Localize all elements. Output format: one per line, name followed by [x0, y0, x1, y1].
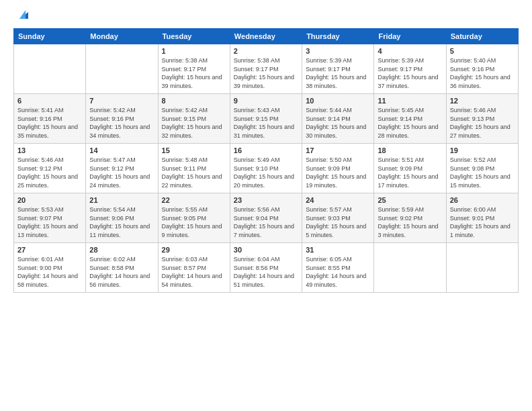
- day-info: Sunrise: 5:59 AM Sunset: 9:02 PM Dayligh…: [378, 205, 442, 239]
- calendar-cell: 16Sunrise: 5:49 AM Sunset: 9:10 PM Dayli…: [230, 144, 302, 193]
- calendar-cell: [446, 243, 518, 293]
- day-number: 6: [17, 97, 82, 105]
- calendar-cell: 7Sunrise: 5:42 AM Sunset: 9:16 PM Daylig…: [86, 94, 158, 144]
- day-info: Sunrise: 5:52 AM Sunset: 9:08 PM Dayligh…: [450, 156, 515, 189]
- calendar-cell: 21Sunrise: 5:54 AM Sunset: 9:06 PM Dayli…: [86, 193, 158, 243]
- day-number: 20: [17, 196, 82, 204]
- day-info: Sunrise: 5:55 AM Sunset: 9:05 PM Dayligh…: [162, 205, 226, 239]
- day-info: Sunrise: 5:40 AM Sunset: 9:16 PM Dayligh…: [450, 56, 515, 90]
- calendar-header-row: SundayMondayTuesdayWednesdayThursdayFrid…: [14, 29, 519, 44]
- calendar-cell: 3Sunrise: 5:39 AM Sunset: 9:17 PM Daylig…: [302, 44, 374, 94]
- calendar-week-row: 6Sunrise: 5:41 AM Sunset: 9:16 PM Daylig…: [14, 94, 519, 144]
- day-number: 16: [234, 146, 298, 154]
- day-number: 18: [378, 146, 442, 154]
- calendar-cell: 6Sunrise: 5:41 AM Sunset: 9:16 PM Daylig…: [14, 94, 86, 144]
- calendar-cell: 10Sunrise: 5:44 AM Sunset: 9:14 PM Dayli…: [302, 94, 374, 144]
- svg-marker-1: [19, 10, 26, 19]
- column-header-monday: Monday: [86, 29, 158, 44]
- day-number: 19: [450, 146, 515, 154]
- calendar-cell: 27Sunrise: 6:01 AM Sunset: 9:00 PM Dayli…: [14, 243, 86, 293]
- calendar-cell: [374, 243, 446, 293]
- day-number: 23: [234, 196, 298, 204]
- day-info: Sunrise: 5:46 AM Sunset: 9:13 PM Dayligh…: [450, 106, 515, 140]
- calendar-cell: 30Sunrise: 6:04 AM Sunset: 8:56 PM Dayli…: [230, 243, 302, 293]
- day-info: Sunrise: 6:04 AM Sunset: 8:56 PM Dayligh…: [234, 255, 298, 289]
- day-info: Sunrise: 5:38 AM Sunset: 9:17 PM Dayligh…: [234, 56, 298, 90]
- day-info: Sunrise: 5:38 AM Sunset: 9:17 PM Dayligh…: [162, 56, 226, 90]
- day-info: Sunrise: 5:56 AM Sunset: 9:04 PM Dayligh…: [234, 205, 298, 239]
- calendar-cell: 22Sunrise: 5:55 AM Sunset: 9:05 PM Dayli…: [158, 193, 230, 243]
- day-number: 28: [89, 246, 154, 254]
- calendar-cell: 20Sunrise: 5:53 AM Sunset: 9:07 PM Dayli…: [14, 193, 86, 243]
- day-info: Sunrise: 5:44 AM Sunset: 9:14 PM Dayligh…: [306, 106, 370, 140]
- column-header-friday: Friday: [374, 29, 446, 44]
- day-info: Sunrise: 5:41 AM Sunset: 9:16 PM Dayligh…: [17, 106, 82, 140]
- day-number: 14: [89, 146, 154, 154]
- day-info: Sunrise: 6:01 AM Sunset: 9:00 PM Dayligh…: [17, 255, 82, 289]
- day-number: 31: [306, 246, 370, 254]
- day-info: Sunrise: 5:42 AM Sunset: 9:15 PM Dayligh…: [162, 106, 226, 140]
- day-number: 10: [306, 97, 370, 105]
- day-number: 25: [378, 196, 442, 204]
- calendar-cell: 25Sunrise: 5:59 AM Sunset: 9:02 PM Dayli…: [374, 193, 446, 243]
- calendar-cell: 5Sunrise: 5:40 AM Sunset: 9:16 PM Daylig…: [446, 44, 518, 94]
- calendar-cell: 8Sunrise: 5:42 AM Sunset: 9:15 PM Daylig…: [158, 94, 230, 144]
- day-number: 12: [450, 97, 515, 105]
- calendar-cell: 11Sunrise: 5:45 AM Sunset: 9:14 PM Dayli…: [374, 94, 446, 144]
- day-info: Sunrise: 5:53 AM Sunset: 9:07 PM Dayligh…: [17, 205, 82, 239]
- day-info: Sunrise: 6:00 AM Sunset: 9:01 PM Dayligh…: [450, 205, 515, 239]
- day-info: Sunrise: 5:51 AM Sunset: 9:09 PM Dayligh…: [378, 156, 442, 189]
- page-header: [13, 12, 519, 21]
- calendar-cell: 1Sunrise: 5:38 AM Sunset: 9:17 PM Daylig…: [158, 44, 230, 94]
- calendar-cell: [14, 44, 86, 94]
- calendar-cell: 17Sunrise: 5:50 AM Sunset: 9:09 PM Dayli…: [302, 144, 374, 193]
- day-info: Sunrise: 5:39 AM Sunset: 9:17 PM Dayligh…: [378, 56, 442, 90]
- day-number: 11: [378, 97, 442, 105]
- day-number: 24: [306, 196, 370, 204]
- day-number: 26: [450, 196, 515, 204]
- column-header-wednesday: Wednesday: [230, 29, 302, 44]
- calendar-week-row: 13Sunrise: 5:46 AM Sunset: 9:12 PM Dayli…: [14, 144, 519, 193]
- logo-icon: [16, 7, 31, 21]
- calendar-week-row: 1Sunrise: 5:38 AM Sunset: 9:17 PM Daylig…: [14, 44, 519, 94]
- day-info: Sunrise: 6:05 AM Sunset: 8:55 PM Dayligh…: [306, 255, 370, 289]
- calendar-cell: 31Sunrise: 6:05 AM Sunset: 8:55 PM Dayli…: [302, 243, 374, 293]
- day-info: Sunrise: 5:49 AM Sunset: 9:10 PM Dayligh…: [234, 156, 298, 189]
- calendar-cell: 23Sunrise: 5:56 AM Sunset: 9:04 PM Dayli…: [230, 193, 302, 243]
- day-number: 5: [450, 47, 515, 55]
- day-info: Sunrise: 5:42 AM Sunset: 9:16 PM Dayligh…: [89, 106, 154, 140]
- day-number: 3: [306, 47, 370, 55]
- day-number: 2: [234, 47, 298, 55]
- day-info: Sunrise: 5:47 AM Sunset: 9:12 PM Dayligh…: [89, 156, 154, 189]
- calendar-cell: 18Sunrise: 5:51 AM Sunset: 9:09 PM Dayli…: [374, 144, 446, 193]
- calendar-cell: 29Sunrise: 6:03 AM Sunset: 8:57 PM Dayli…: [158, 243, 230, 293]
- day-number: 29: [162, 246, 226, 254]
- day-number: 30: [234, 246, 298, 254]
- calendar-cell: 2Sunrise: 5:38 AM Sunset: 9:17 PM Daylig…: [230, 44, 302, 94]
- calendar-cell: 14Sunrise: 5:47 AM Sunset: 9:12 PM Dayli…: [86, 144, 158, 193]
- day-info: Sunrise: 6:03 AM Sunset: 8:57 PM Dayligh…: [162, 255, 226, 289]
- day-info: Sunrise: 5:46 AM Sunset: 9:12 PM Dayligh…: [17, 156, 82, 189]
- calendar-cell: 26Sunrise: 6:00 AM Sunset: 9:01 PM Dayli…: [446, 193, 518, 243]
- column-header-tuesday: Tuesday: [158, 29, 230, 44]
- column-header-thursday: Thursday: [302, 29, 374, 44]
- day-info: Sunrise: 5:39 AM Sunset: 9:17 PM Dayligh…: [306, 56, 370, 90]
- day-info: Sunrise: 5:50 AM Sunset: 9:09 PM Dayligh…: [306, 156, 370, 189]
- calendar-cell: 4Sunrise: 5:39 AM Sunset: 9:17 PM Daylig…: [374, 44, 446, 94]
- calendar-cell: 28Sunrise: 6:02 AM Sunset: 8:58 PM Dayli…: [86, 243, 158, 293]
- calendar-cell: 24Sunrise: 5:57 AM Sunset: 9:03 PM Dayli…: [302, 193, 374, 243]
- day-number: 4: [378, 47, 442, 55]
- calendar-week-row: 20Sunrise: 5:53 AM Sunset: 9:07 PM Dayli…: [14, 193, 519, 243]
- day-info: Sunrise: 5:45 AM Sunset: 9:14 PM Dayligh…: [378, 106, 442, 140]
- calendar-table: SundayMondayTuesdayWednesdayThursdayFrid…: [13, 28, 519, 293]
- column-header-saturday: Saturday: [446, 29, 518, 44]
- calendar-cell: [86, 44, 158, 94]
- calendar-cell: 12Sunrise: 5:46 AM Sunset: 9:13 PM Dayli…: [446, 94, 518, 144]
- day-number: 17: [306, 146, 370, 154]
- day-number: 13: [17, 146, 82, 154]
- day-info: Sunrise: 5:54 AM Sunset: 9:06 PM Dayligh…: [89, 205, 154, 239]
- logo: [13, 12, 31, 21]
- calendar-cell: 19Sunrise: 5:52 AM Sunset: 9:08 PM Dayli…: [446, 144, 518, 193]
- day-number: 22: [162, 196, 226, 204]
- day-info: Sunrise: 5:48 AM Sunset: 9:11 PM Dayligh…: [162, 156, 226, 189]
